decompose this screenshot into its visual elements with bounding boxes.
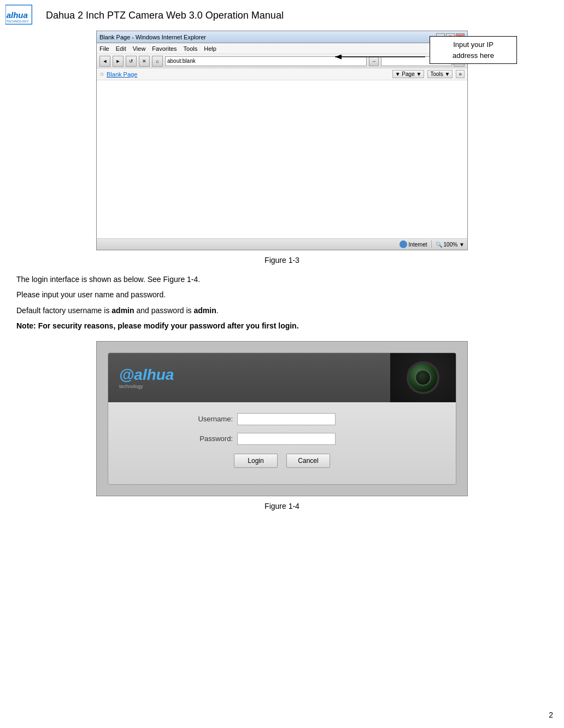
form-buttons: Login Cancel: [184, 454, 380, 468]
menu-help[interactable]: Help: [204, 45, 216, 52]
p3-suffix: .: [216, 306, 219, 315]
camera-lens-inner: [415, 369, 431, 386]
figure1-caption: Figure 1-3: [11, 256, 553, 265]
annotation-line2: address here: [453, 51, 494, 60]
login-logo-area: @alhua technology: [108, 361, 390, 395]
browser-title-text: Blank Page - Windows Internet Explorer: [99, 34, 206, 40]
password-label: Password:: [184, 435, 233, 443]
login-body: Username: Password: Login Cancel: [108, 402, 456, 484]
menu-favorites[interactable]: Favorites: [152, 45, 177, 52]
annotation-line1: Input your IP: [453, 40, 494, 49]
menu-tools[interactable]: Tools: [184, 45, 198, 52]
address-text: about:blank: [167, 58, 196, 64]
p3-admin1: admin: [111, 306, 134, 315]
refresh-button[interactable]: ↺: [126, 56, 137, 67]
forward-button[interactable]: ►: [113, 56, 124, 67]
paragraph-1: The login interface is shown as below. S…: [16, 273, 548, 285]
back-button[interactable]: ◄: [99, 56, 110, 67]
main-content: Blank Page - Windows Internet Explorer ─…: [0, 31, 564, 530]
favorites-star-icon: ☆: [99, 71, 104, 77]
page-number: 2: [549, 711, 553, 719]
zoom-dropdown-icon[interactable]: ▼: [459, 242, 465, 248]
page-btn[interactable]: ▼ Page ▼: [392, 70, 425, 78]
status-internet: Internet 🔍 100% ▼: [400, 240, 465, 248]
login-interface: @alhua technology Username:: [108, 353, 456, 485]
p3-mid: and password is: [134, 306, 194, 315]
login-camera-image: [390, 353, 456, 402]
status-divider: [431, 240, 432, 248]
username-input[interactable]: [237, 413, 336, 425]
cancel-button[interactable]: Cancel: [286, 454, 330, 468]
login-header: @alhua technology: [108, 353, 456, 402]
paragraph-note: Note: For security reasons, please modif…: [16, 320, 548, 332]
figure2-caption: Figure 1-4: [11, 502, 553, 510]
more-btn[interactable]: »: [456, 70, 465, 78]
login-button[interactable]: Login: [234, 454, 278, 468]
dahua-logo-icon: alhua TECHNOLOGY: [5, 4, 33, 26]
paragraph-3: Default factory username is admin and pa…: [16, 304, 548, 316]
page-header: alhua TECHNOLOGY Dahua 2 Inch PTZ Camera…: [0, 0, 564, 31]
login-form: Username: Password: Login Cancel: [184, 413, 380, 468]
menu-file[interactable]: File: [99, 45, 109, 52]
internet-label: Internet: [409, 242, 427, 248]
svg-text:TECHNOLOGY: TECHNOLOGY: [7, 20, 29, 23]
favorites-blank-page[interactable]: Blank Page: [107, 71, 137, 78]
annotation-arrow: [332, 51, 428, 64]
username-label: Username:: [184, 415, 233, 423]
p3-prefix: Default factory username is: [16, 306, 111, 315]
browser-annotation-wrapper: Blank Page - Windows Internet Explorer ─…: [47, 31, 517, 250]
browser-favorites-bar: ☆ Blank Page ▼ Page ▼ Tools ▼ »: [97, 68, 467, 80]
zoom-level: 🔍: [436, 242, 442, 248]
login-logo-text: @alhua: [119, 366, 379, 384]
menu-edit[interactable]: Edit: [116, 45, 126, 52]
username-row: Username:: [184, 413, 380, 425]
annotation-callout: Input your IP address here: [430, 36, 517, 64]
login-logo-sub: technology: [119, 384, 379, 389]
browser-statusbar: Internet 🔍 100% ▼: [97, 239, 467, 250]
p3-admin2: admin: [193, 306, 216, 315]
favorites-right: ▼ Page ▼ Tools ▼ »: [392, 70, 465, 78]
browser-titlebar: Blank Page - Windows Internet Explorer ─…: [97, 31, 467, 43]
camera-lens: [407, 361, 439, 394]
menu-view[interactable]: View: [133, 45, 146, 52]
logo-area: alhua TECHNOLOGY: [5, 4, 37, 26]
svg-text:alhua: alhua: [7, 10, 28, 20]
login-screenshot-container: @alhua technology Username:: [96, 341, 468, 496]
zoom-value: 100%: [444, 242, 458, 248]
password-row: Password:: [184, 433, 380, 445]
password-input[interactable]: [237, 433, 336, 445]
paragraph-2: Please input your user name and password…: [16, 289, 548, 301]
internet-icon: [400, 240, 407, 248]
tools-btn[interactable]: Tools ▼: [427, 70, 453, 78]
stop-button[interactable]: ✕: [139, 56, 150, 67]
home-button[interactable]: ⌂: [152, 56, 163, 67]
page-title: Dahua 2 Inch PTZ Camera Web 3.0 Operatio…: [46, 10, 284, 21]
browser-viewport: [97, 80, 467, 239]
